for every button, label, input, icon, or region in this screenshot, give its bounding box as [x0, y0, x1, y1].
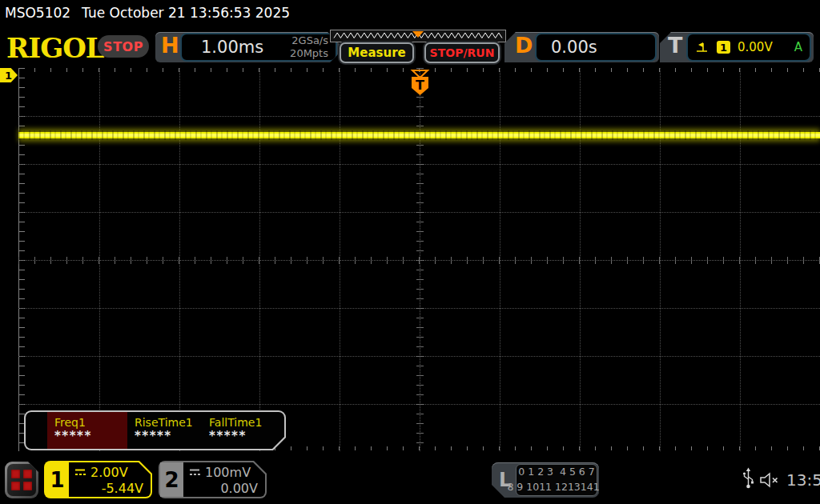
- stop-run-button[interactable]: STOP/RUN: [424, 42, 500, 63]
- measurement-cell-freq1[interactable]: Freq1 *****: [47, 412, 127, 449]
- waveform-position-bar[interactable]: [330, 30, 506, 42]
- horizontal-label: H: [161, 33, 179, 58]
- edge-trigger-icon: [695, 41, 709, 54]
- digital-channels-row2: 8 9 1011 12131415: [507, 480, 605, 495]
- trigger-marker-letter: T: [416, 78, 424, 93]
- measure-button[interactable]: Measure: [340, 42, 414, 63]
- memory-depth: 20Mpts: [290, 47, 328, 60]
- channel2-status-box[interactable]: 2 100mV 0.00V: [159, 461, 267, 498]
- rigol-logo: RIGOL: [6, 32, 104, 64]
- trigger-level-value: 0.00V: [738, 40, 773, 54]
- horizontal-timebase-module[interactable]: H 1.00ms 2GSa/s 20Mpts: [155, 32, 340, 62]
- trigger-display: 1 0.00V A: [686, 33, 811, 62]
- channel1-scale: 2.00V: [90, 465, 128, 480]
- sample-rate: 2GSa/s: [290, 34, 328, 47]
- acquisition-status-badge[interactable]: STOP: [98, 35, 149, 58]
- measurement-value: *****: [135, 429, 202, 443]
- digital-channels-row1: 0 1 2 3 4 5 6 7: [518, 465, 594, 480]
- datetime: Tue October 21 13:56:53 2025: [82, 5, 290, 21]
- channel2-number-tab[interactable]: 2: [160, 462, 183, 497]
- channel1-offset: -5.44V: [74, 481, 143, 496]
- dc-coupling-icon: [188, 468, 201, 477]
- acquisition-rates: 2GSa/s 20Mpts: [290, 34, 328, 61]
- logic-analyzer-status-box[interactable]: L 0 1 2 3 4 5 6 7 8 9 1011 12131415: [492, 462, 599, 498]
- timebase-value: 1.00ms: [201, 38, 263, 57]
- digital-channel-list: 0 1 2 3 4 5 6 7 8 9 1011 12131415: [516, 464, 597, 496]
- channel1-ground-marker[interactable]: 1: [0, 68, 18, 82]
- channel1-trace-noise: [18, 130, 820, 140]
- channel2-scale: 100mV: [205, 465, 251, 480]
- usb-device-icon: [742, 467, 755, 490]
- timebase-display: 1.00ms 2GSa/s 20Mpts: [180, 33, 337, 62]
- measurement-value: *****: [54, 429, 127, 443]
- oscilloscope-screen: MSO5102Tue October 21 13:56:53 2025 RIGO…: [0, 0, 820, 504]
- channel1-number-tab[interactable]: 1: [46, 462, 69, 497]
- trigger-position-marker[interactable]: T: [409, 69, 431, 98]
- measurement-cell-falltime1[interactable]: FallTime1 *****: [202, 412, 284, 449]
- measurement-label: Freq1: [54, 416, 127, 429]
- speaker-muted-icon[interactable]: [759, 472, 782, 488]
- clock: 13:56: [786, 470, 820, 490]
- delay-label: D: [515, 33, 533, 58]
- model-name: MSO5102: [5, 5, 70, 21]
- dc-coupling-icon: [74, 468, 86, 477]
- delay-display: 0.00s: [535, 33, 657, 62]
- measurement-label: RiseTime1: [135, 416, 202, 429]
- delay-module[interactable]: D 0.00s: [504, 32, 659, 62]
- trigger-label: T: [668, 33, 682, 58]
- center-horizontal-ticks: [18, 257, 820, 264]
- measurement-cell-risetime1[interactable]: RiseTime1 *****: [127, 412, 202, 449]
- measurement-panel: Freq1 ***** RiseTime1 ***** FallTime1 **…: [24, 410, 286, 450]
- trigger-module[interactable]: T 1 0.00V A: [660, 32, 814, 62]
- channel1-status-box[interactable]: 1 2.00V -5.44V: [44, 461, 152, 498]
- trigger-sweep-mode: A: [794, 40, 802, 54]
- measurement-label: FallTime1: [209, 416, 284, 429]
- delay-value: 0.00s: [551, 38, 597, 57]
- waveform-graticule: T 1: [0, 68, 820, 451]
- channel2-offset: 0.00V: [188, 481, 258, 496]
- titlebar: MSO5102Tue October 21 13:56:53 2025: [5, 5, 290, 21]
- trigger-source-badge: 1: [717, 41, 730, 54]
- red-squares-icon: [7, 464, 36, 496]
- measurement-panel-body: Freq1 ***** RiseTime1 ***** FallTime1 **…: [26, 412, 284, 449]
- measurement-value: *****: [209, 429, 284, 443]
- function-navigator-button[interactable]: [5, 462, 38, 498]
